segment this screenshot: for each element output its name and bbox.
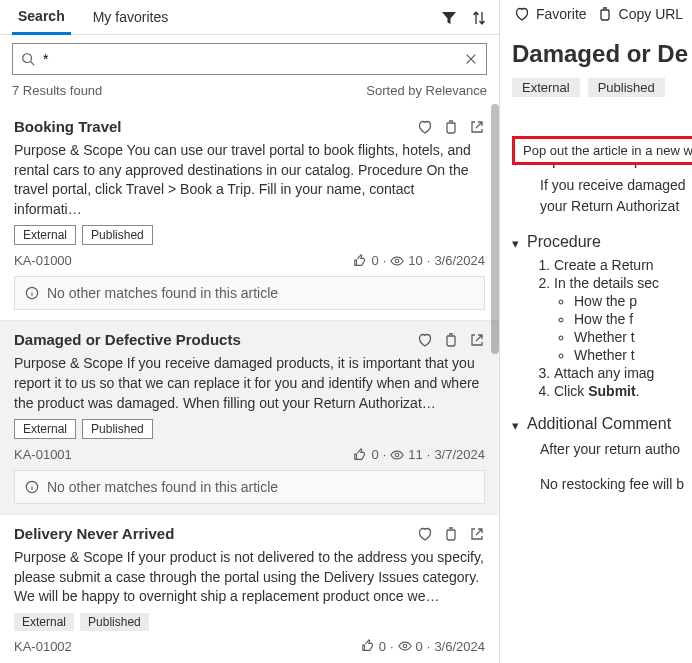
- ka-id: KA-01001: [14, 447, 72, 462]
- article-text: No restocking fee will b: [540, 474, 692, 495]
- result-date: 3/6/2024: [434, 639, 485, 654]
- clear-icon[interactable]: [464, 52, 478, 66]
- tag-published: Published: [82, 419, 153, 439]
- chevron-down-icon: ▾: [512, 418, 519, 433]
- link-icon[interactable]: [443, 119, 459, 135]
- result-snippet: Purpose & Scope If you receive damaged p…: [14, 354, 485, 413]
- tab-favorites[interactable]: My favorites: [87, 3, 174, 33]
- result-title: Booking Travel: [14, 118, 122, 135]
- result-card[interactable]: Delivery Never Arrived Purpose & Scope I…: [0, 515, 499, 663]
- svg-point-12: [403, 645, 407, 649]
- link-icon: [597, 6, 613, 22]
- tabs-row: Search My favorites: [0, 0, 499, 35]
- result-card[interactable]: Damaged or Defective Products Purpose & …: [0, 321, 499, 515]
- favorite-button[interactable]: Favorite: [514, 6, 587, 22]
- search-input[interactable]: [41, 50, 458, 68]
- views-count: 11: [408, 447, 422, 462]
- article-pane: Favorite Copy URL Damaged or De External…: [500, 0, 692, 663]
- procedure-list: Create a Return In the details sec How t…: [512, 257, 692, 399]
- section-toggle-additional[interactable]: ▾ Additional Comment: [512, 415, 692, 433]
- popout-icon[interactable]: [469, 119, 485, 135]
- likes-count: 0: [371, 253, 378, 268]
- article-text: If you receive damaged: [540, 175, 692, 196]
- heart-icon: [514, 6, 530, 22]
- tag-published: Published: [80, 613, 149, 631]
- result-card[interactable]: Booking Travel Purpose & Scope You can u…: [0, 108, 499, 321]
- copy-url-button[interactable]: Copy URL: [597, 6, 684, 22]
- heart-icon[interactable]: [417, 332, 433, 348]
- thumbs-up-icon[interactable]: [353, 448, 367, 462]
- svg-point-4: [396, 259, 400, 263]
- views-icon: [398, 639, 412, 653]
- sorted-by[interactable]: Sorted by Relevance: [366, 83, 487, 98]
- info-icon: [25, 480, 39, 494]
- article-text: After your return autho: [540, 439, 692, 460]
- likes-count: 0: [371, 447, 378, 462]
- tag-external: External: [14, 613, 74, 631]
- search-icon: [21, 52, 35, 66]
- scrollbar[interactable]: [491, 104, 499, 354]
- results-list: Booking Travel Purpose & Scope You can u…: [0, 106, 499, 663]
- link-icon[interactable]: [443, 526, 459, 542]
- chevron-down-icon: ▾: [512, 236, 519, 251]
- likes-count: 0: [379, 639, 386, 654]
- article-text: your Return Authorizat: [540, 196, 692, 217]
- svg-point-8: [396, 453, 400, 457]
- section-toggle-procedure[interactable]: ▾ Procedure: [512, 233, 692, 251]
- views-icon: [390, 448, 404, 462]
- views-count: 10: [408, 253, 422, 268]
- result-snippet: Purpose & Scope If your product is not d…: [14, 548, 485, 607]
- result-title: Damaged or Defective Products: [14, 331, 241, 348]
- result-date: 3/7/2024: [434, 447, 485, 462]
- info-icon: [25, 286, 39, 300]
- heart-icon[interactable]: [417, 526, 433, 542]
- thumbs-up-icon[interactable]: [361, 639, 375, 653]
- results-count: 7 Results found: [12, 83, 102, 98]
- result-snippet: Purpose & Scope You can use our travel p…: [14, 141, 485, 219]
- ka-id: KA-01002: [14, 639, 72, 654]
- article-tag-published: Published: [588, 78, 665, 97]
- heart-icon[interactable]: [417, 119, 433, 135]
- views-count: 0: [416, 639, 423, 654]
- article-tag-external: External: [512, 78, 580, 97]
- svg-line-1: [31, 62, 35, 66]
- no-match-banner: No other matches found in this article: [14, 276, 485, 310]
- popout-tooltip: Pop out the article in a new window: [512, 136, 692, 165]
- result-title: Delivery Never Arrived: [14, 525, 174, 542]
- views-icon: [390, 254, 404, 268]
- svg-point-0: [23, 54, 32, 63]
- popout-icon[interactable]: [469, 332, 485, 348]
- sort-icon[interactable]: [471, 10, 487, 26]
- result-date: 3/6/2024: [434, 253, 485, 268]
- no-match-banner: No other matches found in this article: [14, 470, 485, 504]
- article-title: Damaged or De: [512, 40, 692, 68]
- tag-published: Published: [82, 225, 153, 245]
- tab-search[interactable]: Search: [12, 2, 71, 35]
- tag-external: External: [14, 419, 76, 439]
- search-box[interactable]: [12, 43, 487, 75]
- filter-icon[interactable]: [441, 10, 457, 26]
- ka-id: KA-01000: [14, 253, 72, 268]
- popout-icon[interactable]: [469, 526, 485, 542]
- link-icon[interactable]: [443, 332, 459, 348]
- tag-external: External: [14, 225, 76, 245]
- thumbs-up-icon[interactable]: [353, 254, 367, 268]
